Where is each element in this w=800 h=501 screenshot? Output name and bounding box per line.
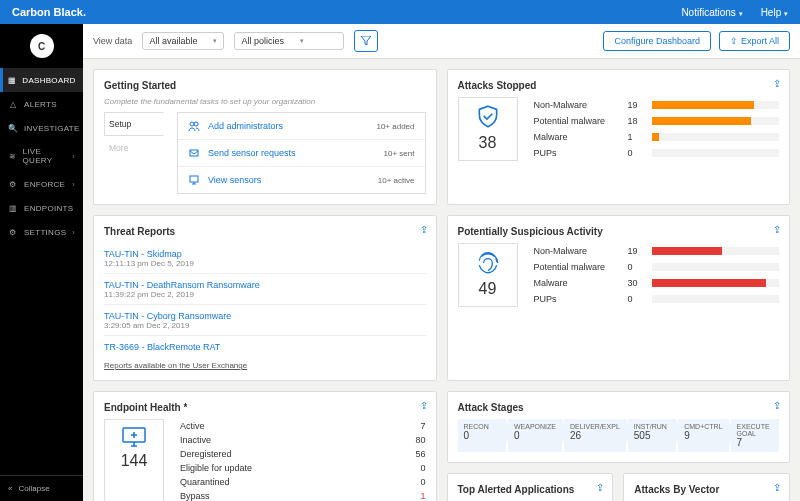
stage[interactable]: EXECUTE GOAL7	[731, 419, 779, 452]
export-icon: ⇪	[730, 36, 738, 46]
eh-row: Deregistered56	[180, 447, 426, 461]
gs-row: Add administrators10+ added	[178, 113, 425, 140]
sidebar-item-dashboard[interactable]: ▦DASHBOARD	[0, 68, 83, 92]
gs-row: Send sensor requests10+ sent	[178, 140, 425, 167]
gear-icon: ⚙	[8, 179, 18, 189]
threat-link[interactable]: TAU-TIN - Skidmap	[104, 249, 182, 259]
gs-icon	[188, 174, 200, 186]
gs-tab-setup[interactable]: Setup	[104, 112, 164, 136]
gs-icon	[188, 120, 200, 132]
threat-link[interactable]: TAU-TIN - Cyborg Ransomware	[104, 311, 231, 321]
gear-icon: ⚙	[8, 227, 18, 237]
endpoint-health-badge: 144	[104, 419, 164, 501]
view-data-label: View data	[93, 36, 132, 46]
card-threat-reports: ⇪ Threat Reports TAU-TIN - Skidmap12:11:…	[93, 215, 437, 381]
card-attacks-stopped: ⇪ Attacks Stopped 38 Non-Malware19Potent…	[447, 69, 791, 205]
card-getting-started: Getting Started Complete the fundamental…	[93, 69, 437, 205]
sidebar-item-endpoints[interactable]: ▥ENDPOINTS	[0, 196, 83, 220]
eh-row: Bypass1	[180, 489, 426, 501]
chevron-right-icon: ›	[72, 181, 75, 188]
chip-icon: ▥	[8, 203, 18, 213]
chevron-right-icon: ›	[72, 229, 75, 236]
eh-row: Active7	[180, 419, 426, 433]
sidebar-item-live-query[interactable]: ≋LIVE QUERY›	[0, 140, 83, 172]
threat-item: TAU-TIN - DeathRansom Ransomware11:39:22…	[104, 274, 426, 305]
notifications-link[interactable]: Notifications ▾	[681, 7, 742, 18]
stage[interactable]: CMD+CTRL9	[678, 419, 728, 452]
threat-link[interactable]: TR-3669 - BlackRemote RAT	[104, 342, 220, 352]
stat-row: Malware1	[534, 129, 780, 145]
warn-icon: △	[8, 99, 18, 109]
shield-check-icon	[475, 104, 501, 130]
eh-row: Inactive80	[180, 433, 426, 447]
export-icon[interactable]: ⇪	[773, 224, 781, 235]
computer-plus-icon	[121, 426, 147, 448]
configure-dashboard-button[interactable]: Configure Dashboard	[603, 31, 711, 51]
help-link[interactable]: Help ▾	[761, 7, 788, 18]
threat-link[interactable]: TAU-TIN - DeathRansom Ransomware	[104, 280, 260, 290]
card-suspicious: ⇪ Potentially Suspicious Activity 49 Non…	[447, 215, 791, 381]
gs-icon	[188, 147, 200, 159]
gs-link[interactable]: View sensors	[208, 175, 261, 185]
suspicious-badge: 49	[458, 243, 518, 307]
filter-available[interactable]: All available▾	[142, 32, 224, 50]
stat-row: Potential malware18	[534, 113, 780, 129]
stage[interactable]: RECON0	[458, 419, 506, 452]
grid-icon: ▦	[8, 75, 16, 85]
chevron-down-icon: ▾	[300, 37, 304, 45]
stat-row: Potential malware0	[534, 259, 780, 275]
stat-row: Non-Malware19	[534, 243, 780, 259]
stat-row: Non-Malware19	[534, 97, 780, 113]
stat-row: Malware30	[534, 275, 780, 291]
search-icon: 🔍	[8, 123, 18, 133]
svg-point-1	[194, 122, 198, 126]
sidebar-item-settings[interactable]: ⚙SETTINGS›	[0, 220, 83, 244]
main: View data All available▾ All policies▾ C…	[83, 24, 800, 501]
card-attack-stages: ⇪ Attack Stages RECON0WEAPONIZE0DELIVER/…	[447, 391, 791, 463]
card-title: Getting Started	[104, 80, 426, 91]
gs-row: View sensors10+ active	[178, 167, 425, 193]
filter-bar: View data All available▾ All policies▾ C…	[83, 24, 800, 59]
svg-point-0	[190, 122, 194, 126]
funnel-icon	[361, 36, 371, 46]
stage[interactable]: INST/RUN505	[628, 419, 676, 452]
user-exchange-link[interactable]: Reports available on the User Exchange	[104, 361, 247, 370]
stage[interactable]: DELIVER/EXPL26	[564, 419, 626, 452]
stat-row: PUPs0	[534, 145, 780, 161]
export-icon[interactable]: ⇪	[596, 482, 604, 493]
gs-link[interactable]: Add administrators	[208, 121, 283, 131]
sidebar-item-alerts[interactable]: △ALERTS	[0, 92, 83, 116]
chevron-down-icon: ▾	[213, 37, 217, 45]
fingerprint-icon	[475, 250, 501, 276]
card-top-apps: ⇪ Top Alerted Applications svchost.exe17…	[447, 473, 614, 501]
collapse-button[interactable]: « Collapse	[0, 475, 83, 501]
export-icon[interactable]: ⇪	[420, 400, 428, 411]
export-icon[interactable]: ⇪	[773, 400, 781, 411]
gs-link[interactable]: Send sensor requests	[208, 148, 296, 158]
export-icon[interactable]: ⇪	[773, 78, 781, 89]
chevron-right-icon: ›	[72, 153, 75, 160]
svg-rect-2	[190, 150, 198, 156]
card-endpoint-health: ⇪ Endpoint Health * 144 Active7Inactive8…	[93, 391, 437, 501]
filter-policies[interactable]: All policies▾	[234, 32, 344, 50]
toplinks: Notifications ▾ Help ▾	[681, 7, 788, 18]
gs-tab-more[interactable]: More	[104, 136, 164, 160]
export-icon[interactable]: ⇪	[773, 482, 781, 493]
filter-button[interactable]	[354, 30, 378, 52]
stat-row: PUPs0	[534, 291, 780, 307]
sidebar: C ▦DASHBOARD△ALERTS🔍INVESTIGATE≋LIVE QUE…	[0, 24, 83, 501]
export-all-button[interactable]: ⇪Export All	[719, 31, 790, 51]
export-icon[interactable]: ⇪	[420, 224, 428, 235]
threat-item: TAU-TIN - Skidmap12:11:13 pm Dec 5, 2019	[104, 243, 426, 274]
collapse-icon: «	[8, 484, 12, 493]
card-by-vector: ⇪ Attacks By Vector Email0.0%Web100.0%	[623, 473, 790, 501]
svg-rect-3	[190, 176, 198, 182]
stage[interactable]: WEAPONIZE0	[508, 419, 562, 452]
topbar: Carbon Black. Notifications ▾ Help ▾	[0, 0, 800, 24]
eh-row: Quarantined0	[180, 475, 426, 489]
threat-item: TAU-TIN - Cyborg Ransomware3:29:05 am De…	[104, 305, 426, 336]
threat-item: TR-3669 - BlackRemote RAT	[104, 336, 426, 357]
sidebar-item-investigate[interactable]: 🔍INVESTIGATE	[0, 116, 83, 140]
sidebar-item-enforce[interactable]: ⚙ENFORCE›	[0, 172, 83, 196]
avatar[interactable]: C	[30, 34, 54, 58]
